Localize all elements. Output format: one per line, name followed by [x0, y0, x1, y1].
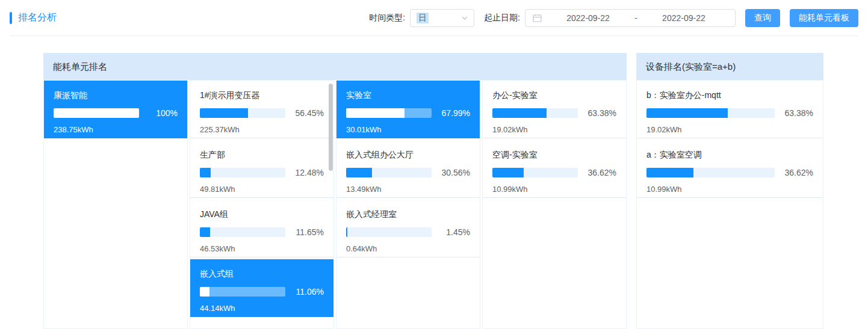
progress-row: 1.45% — [346, 227, 470, 237]
progress-track — [646, 108, 775, 118]
percent-label: 56.45% — [293, 108, 324, 118]
unit-name: 空调-实验室 — [492, 150, 616, 161]
progress-row: 63.38% — [646, 108, 813, 118]
progress-fill — [346, 227, 347, 237]
ranking-card[interactable]: 康派智能 100% 238.75kWh — [44, 81, 187, 138]
title-accent-bar — [10, 12, 12, 24]
energy-value: 46.53kWh — [200, 244, 324, 253]
progress-fill — [54, 108, 139, 118]
percent-label: 12.48% — [293, 168, 324, 177]
device-ranking-columns: b：实验室办公-mqtt 63.38% 19.02kWh a：实验室空调 — [636, 80, 823, 329]
progress-fill — [200, 227, 210, 237]
chevron-down-icon — [462, 15, 468, 21]
device-name: a：实验室空调 — [646, 150, 813, 161]
unit-name: 1#演示用变压器 — [200, 90, 324, 101]
date-range-picker[interactable]: 2022-09-22 - 2022-09-22 — [525, 9, 736, 27]
energy-value: 238.75kWh — [54, 125, 178, 134]
progress-track — [200, 108, 285, 118]
unit-name: 嵌入式组 — [200, 269, 324, 280]
progress-fill — [646, 108, 728, 118]
progress-row: 30.56% — [346, 168, 470, 177]
date-range-label: 起止日期: — [484, 13, 520, 23]
time-type-label: 时间类型: — [369, 13, 405, 23]
ranking-card[interactable]: 实验室 67.99% 30.01kWh — [336, 81, 480, 138]
progress-row: 67.99% — [346, 108, 470, 118]
progress-track — [54, 108, 139, 118]
energy-value: 10.99kWh — [646, 185, 813, 194]
percent-label: 1.45% — [439, 227, 470, 237]
unit-name: 生产部 — [200, 150, 324, 161]
percent-label: 36.62% — [782, 168, 813, 177]
dashboard-button[interactable]: 能耗单元看板 — [790, 9, 858, 27]
ranking-column-3: 实验室 67.99% 30.01kWh 嵌入式组办公大厅 — [336, 80, 480, 329]
progress-track — [346, 108, 432, 118]
progress-fill — [200, 108, 248, 118]
progress-track — [646, 168, 775, 177]
progress-track — [492, 168, 578, 177]
ranking-card[interactable]: 空调-实验室 36.62% 10.99kWh — [483, 140, 626, 198]
progress-row: 100% — [54, 108, 178, 118]
progress-fill — [346, 108, 405, 118]
progress-fill — [200, 287, 209, 297]
energy-value: 19.02kWh — [492, 125, 616, 134]
progress-row: 36.62% — [492, 168, 616, 177]
date-separator: - — [634, 13, 637, 23]
ranking-card[interactable]: 嵌入式组 11.06% 44.14kWh — [190, 259, 333, 317]
progress-row: 36.62% — [646, 168, 813, 177]
ranking-card[interactable]: JAVA组 11.65% 46.53kWh — [190, 200, 333, 257]
page-title-group: 排名分析 — [10, 11, 57, 24]
ranking-card[interactable]: a：实验室空调 36.62% 10.99kWh — [637, 140, 823, 198]
ranking-card[interactable]: 办公-实验室 63.38% 19.02kWh — [483, 81, 626, 138]
ranking-column-4: 办公-实验室 63.38% 19.02kWh 空调-实验室 — [482, 80, 627, 329]
page-title: 排名分析 — [18, 11, 57, 24]
time-type-select[interactable]: 日 — [410, 9, 474, 27]
progress-row: 63.38% — [492, 108, 616, 118]
calendar-icon — [533, 14, 542, 22]
unit-name: 康派智能 — [54, 90, 178, 101]
time-type-value: 日 — [417, 13, 429, 23]
progress-track — [200, 168, 285, 177]
unit-name: JAVA组 — [200, 209, 324, 220]
progress-fill — [346, 168, 372, 177]
progress-row: 11.65% — [200, 227, 324, 237]
ranking-card[interactable]: b：实验室办公-mqtt 63.38% 19.02kWh — [637, 81, 823, 138]
device-column: b：实验室办公-mqtt 63.38% 19.02kWh a：实验室空调 — [636, 80, 823, 329]
end-date: 2022-09-22 — [640, 13, 728, 23]
percent-label: 63.38% — [782, 108, 813, 118]
percent-label: 67.99% — [439, 108, 470, 118]
percent-label: 11.06% — [293, 287, 324, 297]
time-type-group: 时间类型: 日 — [369, 9, 474, 27]
ranking-card[interactable]: 生产部 12.48% 49.81kWh — [190, 140, 333, 198]
ranking-card[interactable]: 嵌入式组办公大厅 30.56% 13.49kWh — [336, 140, 480, 198]
device-name: b：实验室办公-mqtt — [646, 90, 813, 101]
progress-fill — [492, 168, 524, 177]
progress-fill — [646, 168, 693, 177]
unit-ranking-columns: 康派智能 100% 238.75kWh 1#演示用变压器 — [43, 80, 627, 329]
unit-ranking-panel: 能耗单元排名 康派智能 100% 238.75kWh 1#演示用变压器 — [43, 53, 627, 329]
progress-row: 12.48% — [200, 168, 324, 177]
top-bar: 排名分析 时间类型: 日 起止日期: 2022-09-22 - — [10, 0, 858, 36]
percent-label: 63.38% — [585, 108, 616, 118]
energy-value: 0.64kWh — [346, 244, 470, 253]
progress-track — [346, 227, 432, 237]
device-ranking-panel: 设备排名(实验室=a+b) b：实验室办公-mqtt 63.38% 19.02k… — [636, 53, 823, 329]
energy-value: 30.01kWh — [346, 125, 470, 134]
unit-name: 嵌入式组办公大厅 — [346, 150, 470, 161]
ranking-column-1: 康派智能 100% 238.75kWh — [43, 80, 188, 329]
energy-value: 13.49kWh — [346, 185, 470, 194]
ranking-card[interactable]: 嵌入式经理室 1.45% 0.64kWh — [336, 200, 480, 257]
unit-name: 办公-实验室 — [492, 90, 616, 101]
query-button[interactable]: 查询 — [745, 9, 780, 27]
unit-name: 嵌入式经理室 — [346, 209, 470, 220]
device-panel-title: 设备排名(实验室=a+b) — [636, 53, 823, 80]
progress-track — [200, 227, 285, 237]
filter-controls: 时间类型: 日 起止日期: 2022-09-22 - 2022-09-22 — [369, 9, 858, 27]
progress-fill — [200, 168, 211, 177]
ranking-card[interactable]: 1#演示用变压器 56.45% 225.37kWh — [190, 81, 333, 138]
energy-value: 49.81kWh — [200, 185, 324, 194]
unit-panel-title: 能耗单元排名 — [43, 53, 627, 80]
progress-row: 11.06% — [200, 287, 324, 297]
column-scrollbar[interactable] — [329, 84, 333, 171]
ranking-column-2[interactable]: 1#演示用变压器 56.45% 225.37kWh 生产部 — [190, 80, 334, 329]
energy-value: 44.14kWh — [200, 304, 324, 313]
